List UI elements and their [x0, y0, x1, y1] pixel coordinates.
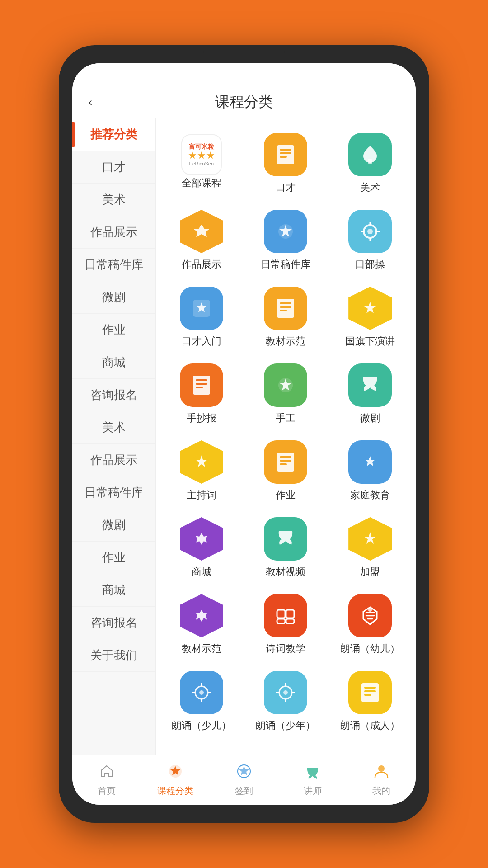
- sidebar-item-micro2[interactable]: 微剧: [72, 509, 155, 542]
- grid-item-speech[interactable]: 口才: [245, 127, 327, 200]
- svg-rect-25: [277, 453, 294, 472]
- svg-rect-26: [280, 456, 291, 458]
- tab-bar: 首页 课程分类 签到 讲师: [72, 755, 416, 805]
- main-content: 推荐分类 口才 美术 作品展示 日常稿件库 微剧 作业 商城 咨询报名 美术 作…: [72, 118, 416, 755]
- sidebar-item-homework2[interactable]: 作业: [72, 542, 155, 574]
- grid-item-craft[interactable]: 手工: [245, 358, 327, 430]
- svg-rect-54: [364, 694, 371, 696]
- grid-item-textbook[interactable]: 教材示范: [245, 281, 327, 354]
- phone-screen: ‹ 课程分类 推荐分类 口才 美术 作品展示 日常稿件库 微剧 作业 商城 咨询…: [72, 63, 416, 805]
- grid-item-micro-drama[interactable]: 微剧: [329, 358, 411, 430]
- grid-item-textbook-video[interactable]: 教材视频: [245, 512, 327, 584]
- grid-item-join[interactable]: 加盟: [329, 512, 411, 584]
- svg-rect-3: [280, 156, 287, 158]
- mouth-icon: [348, 210, 392, 253]
- grid-item-recite-adult[interactable]: 朗诵（成人）: [329, 665, 411, 738]
- tab-mine[interactable]: 我的: [347, 763, 416, 797]
- svg-rect-52: [364, 687, 376, 689]
- mine-icon: [373, 763, 389, 783]
- svg-rect-53: [364, 690, 376, 692]
- grid-container: 富可米粒 ★★★ EcRicoSen 全部课程 口才: [160, 127, 411, 738]
- sidebar-item-shop[interactable]: 商城: [72, 346, 155, 379]
- grid-item-speech-entry[interactable]: 口才入门: [160, 281, 243, 354]
- svg-rect-16: [280, 306, 291, 308]
- svg-rect-14: [277, 299, 294, 318]
- textbook-icon: [264, 287, 307, 330]
- flag-icon: [348, 287, 392, 330]
- sidebar-item-works[interactable]: 作品展示: [72, 216, 155, 249]
- sidebar-item-homework[interactable]: 作业: [72, 314, 155, 346]
- svg-rect-28: [280, 463, 287, 465]
- nav-bar: ‹ 课程分类: [72, 86, 416, 118]
- tab-teacher-label: 讲师: [304, 785, 322, 797]
- grid-item-recite-teen[interactable]: 朗诵（少年）: [245, 665, 327, 738]
- sidebar-item-recommended[interactable]: 推荐分类: [72, 118, 155, 151]
- grid-item-host[interactable]: 主持词: [160, 435, 243, 507]
- sidebar-item-shop2[interactable]: 商城: [72, 574, 155, 607]
- grid-item-works[interactable]: 作品展示: [160, 204, 243, 277]
- recite-adult-icon: [348, 671, 392, 714]
- tab-home[interactable]: 首页: [72, 763, 141, 797]
- category-grid: 富可米粒 ★★★ EcRicoSen 全部课程 口才: [156, 118, 416, 755]
- grid-item-mouth[interactable]: 口部操: [329, 204, 411, 277]
- svg-rect-34: [277, 610, 285, 618]
- sidebar-item-about[interactable]: 关于我们: [72, 639, 155, 672]
- recite-teen-icon: [264, 671, 307, 714]
- grid-item-flag[interactable]: 国旗下演讲: [329, 281, 411, 354]
- sidebar-item-works2[interactable]: 作品展示: [72, 444, 155, 476]
- grid-item-family-edu[interactable]: 家庭教育: [329, 435, 411, 507]
- checkin-icon: [236, 763, 252, 783]
- svg-point-57: [378, 765, 385, 772]
- status-bar: [72, 63, 416, 86]
- grid-item-textbook-demo[interactable]: 教材示范: [160, 589, 243, 661]
- grid-item-homework[interactable]: 作业: [245, 435, 327, 507]
- tab-category-label: 课程分类: [157, 785, 193, 797]
- recite-baby-icon: [348, 594, 392, 637]
- grid-item-daily[interactable]: 日常稿件库: [245, 204, 327, 277]
- join-icon: [348, 517, 392, 561]
- sidebar-item-speech[interactable]: 口才: [72, 151, 155, 184]
- recite-child-icon: [180, 671, 223, 714]
- sidebar-item-art2[interactable]: 美术: [72, 411, 155, 444]
- grid-item-poem-teach[interactable]: 诗词教学: [245, 589, 327, 661]
- tab-category[interactable]: 课程分类: [141, 763, 210, 797]
- sidebar-item-daily[interactable]: 日常稿件库: [72, 249, 155, 281]
- sidebar-item-art[interactable]: 美术: [72, 184, 155, 216]
- notch: [203, 45, 285, 61]
- svg-rect-19: [193, 376, 210, 395]
- svg-point-46: [283, 690, 288, 695]
- homework-icon: [264, 440, 307, 484]
- grid-item-all-courses[interactable]: 富可米粒 ★★★ EcRicoSen 全部课程: [160, 127, 243, 200]
- sidebar-item-micro[interactable]: 微剧: [72, 281, 155, 314]
- grid-item-shop[interactable]: 商城: [160, 512, 243, 584]
- phone-shell: ‹ 课程分类 推荐分类 口才 美术 作品展示 日常稿件库 微剧 作业 商城 咨询…: [59, 45, 429, 823]
- textbook-video-icon: [264, 517, 307, 561]
- svg-point-8: [367, 229, 373, 234]
- svg-rect-21: [196, 383, 207, 385]
- grid-item-handcopy[interactable]: 手抄报: [160, 358, 243, 430]
- svg-rect-0: [277, 145, 294, 164]
- works-icon: [180, 210, 223, 253]
- micro-drama-icon: [348, 363, 392, 407]
- svg-rect-4: [368, 159, 372, 164]
- tab-mine-label: 我的: [372, 785, 390, 797]
- host-icon: [180, 440, 223, 484]
- svg-rect-35: [286, 610, 294, 618]
- grid-item-recite-child[interactable]: 朗诵（少儿）: [160, 665, 243, 738]
- tab-checkin-label: 签到: [235, 785, 253, 797]
- sidebar-item-daily2[interactable]: 日常稿件库: [72, 476, 155, 509]
- speech-icon: [264, 133, 307, 176]
- textbook-demo-icon: [180, 594, 223, 637]
- svg-point-40: [199, 690, 204, 695]
- svg-rect-20: [196, 379, 207, 381]
- svg-point-38: [368, 608, 372, 612]
- tab-teacher[interactable]: 讲师: [278, 763, 347, 797]
- sidebar: 推荐分类 口才 美术 作品展示 日常稿件库 微剧 作业 商城 咨询报名 美术 作…: [72, 118, 156, 755]
- sidebar-item-consult2[interactable]: 咨询报名: [72, 607, 155, 639]
- sidebar-item-consult[interactable]: 咨询报名: [72, 379, 155, 411]
- back-button[interactable]: ‹: [81, 93, 99, 111]
- grid-item-art[interactable]: 美术: [329, 127, 411, 200]
- grid-item-recite-baby[interactable]: 朗诵（幼儿）: [329, 589, 411, 661]
- svg-rect-27: [280, 460, 291, 462]
- tab-checkin[interactable]: 签到: [210, 763, 278, 797]
